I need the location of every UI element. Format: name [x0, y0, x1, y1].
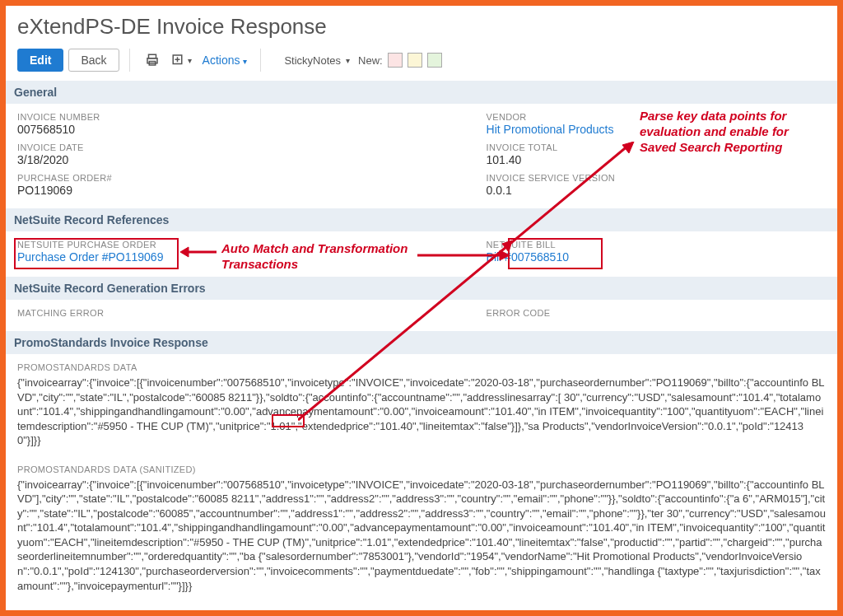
section-errors-body: MATCHING ERROR ERROR CODE — [17, 300, 826, 331]
vendor-link[interactable]: Hit Promotional Products — [487, 123, 826, 136]
actions-menu[interactable]: Actions ▾ — [199, 54, 251, 67]
invoice-service-version-label: INVOICE SERVICE VERSION — [487, 173, 826, 183]
sticky-new-label: New: — [358, 54, 383, 67]
section-refs-header: NetSuite Record References — [6, 208, 837, 231]
section-general-body: INVOICE NUMBER 007568510 INVOICE DATE 3/… — [17, 104, 826, 208]
sticky-red-swatch[interactable] — [388, 53, 403, 68]
purchase-order-value: PO119069 — [17, 184, 487, 197]
section-errors-header: NetSuite Record Generation Errors — [6, 277, 837, 300]
ns-po-link[interactable]: Purchase Order #PO119069 — [17, 250, 487, 264]
ns-bill-label: NETSUITE BILL — [487, 240, 826, 250]
ns-po-label: NETSUITE PURCHASE ORDER — [17, 240, 487, 250]
sticky-notes-label: StickyNotes — [284, 54, 341, 67]
section-promo-header: PromoStandards Invoice Response — [6, 331, 837, 354]
promostandards-data-label: PROMOSTANDARDS DATA — [17, 362, 826, 372]
matching-error-label: MATCHING ERROR — [17, 308, 487, 318]
divider — [129, 49, 130, 72]
purchase-order-label: PURCHASE ORDER# — [17, 173, 487, 183]
edit-button[interactable]: Edit — [17, 49, 63, 72]
promostandards-sanitized-value: {"invoicearray":{"invoice":[{"invoicenum… — [17, 474, 826, 601]
invoice-total-label: INVOICE TOTAL — [487, 142, 826, 152]
invoice-number-value: 007568510 — [17, 123, 487, 136]
section-refs-body: NETSUITE PURCHASE ORDER Purchase Order #… — [17, 231, 826, 277]
page-title: eXtendPS-DE Invoice Response — [17, 14, 826, 40]
add-menu-icon[interactable]: ▾ — [170, 48, 194, 72]
actions-label: Actions — [203, 54, 240, 67]
ns-bill-link[interactable]: Bill #007568510 — [487, 250, 826, 264]
invoice-number-label: INVOICE NUMBER — [17, 112, 487, 122]
promostandards-sanitized-label: PROMOSTANDARDS DATA (SANITIZED) — [17, 464, 826, 474]
invoice-total-value: 101.40 — [487, 153, 826, 166]
error-code-label: ERROR CODE — [487, 308, 826, 318]
toolbar: Edit Back ▾ Actions ▾ StickyNotes ▾ New: — [17, 48, 826, 72]
divider — [260, 49, 261, 72]
chevron-down-icon[interactable]: ▾ — [346, 56, 350, 65]
invoice-service-version-value: 0.0.1 — [487, 184, 826, 197]
print-icon[interactable] — [140, 48, 165, 72]
invoice-date-label: INVOICE DATE — [17, 142, 487, 152]
sticky-green-swatch[interactable] — [427, 53, 442, 68]
vendor-label: VENDOR — [487, 112, 826, 122]
invoice-date-value: 3/18/2020 — [17, 153, 487, 166]
back-button[interactable]: Back — [68, 49, 119, 72]
sticky-yellow-swatch[interactable] — [408, 53, 422, 68]
section-general-header: General — [6, 81, 837, 104]
promostandards-data-value: {"invoicearray":{"invoice":[{"invoicenum… — [17, 372, 826, 456]
